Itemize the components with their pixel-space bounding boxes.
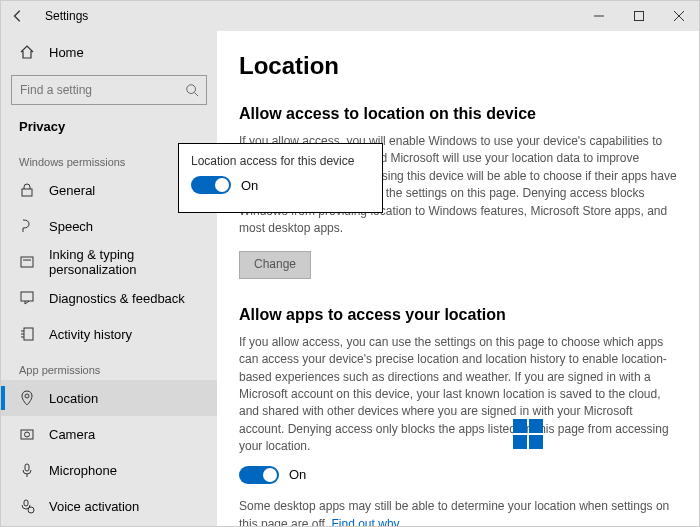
inking-icon [19, 254, 35, 270]
sidebar-item-speech[interactable]: Speech [1, 208, 217, 244]
sidebar-item-label: Voice activation [49, 499, 139, 514]
popup-toggle[interactable]: On [191, 176, 370, 194]
page-title: Location [239, 49, 677, 84]
toggle-track [191, 176, 231, 194]
svg-line-5 [195, 93, 199, 97]
minimize-button[interactable] [579, 1, 619, 31]
sidebar-item-label: Microphone [49, 463, 117, 478]
sidebar-item-label: Location [49, 391, 98, 406]
svg-point-4 [187, 85, 196, 94]
toggle-track [239, 466, 279, 484]
sidebar-item-label: General [49, 183, 95, 198]
sidebar: Home Privacy Windows permissions General… [1, 31, 217, 526]
sidebar-group-app: App permissions [1, 352, 217, 380]
search-icon [178, 83, 206, 97]
window-title: Settings [45, 9, 88, 23]
find-out-why-link[interactable]: Find out why [332, 517, 400, 526]
content-pane: Location Allow access to location on thi… [217, 31, 699, 526]
sidebar-category: Privacy [1, 115, 217, 144]
location-icon [19, 390, 35, 406]
maximize-icon [634, 11, 644, 21]
home-icon [19, 44, 35, 60]
sidebar-item-activity[interactable]: Activity history [1, 316, 217, 352]
sidebar-item-diagnostics[interactable]: Diagnostics & feedback [1, 280, 217, 316]
sidebar-item-inking[interactable]: Inking & typing personalization [1, 244, 217, 280]
change-button[interactable]: Change [239, 251, 311, 278]
sidebar-home[interactable]: Home [1, 35, 217, 69]
arrow-left-icon [11, 9, 25, 23]
history-icon [19, 326, 35, 342]
svg-point-16 [25, 432, 30, 437]
search-box[interactable] [11, 75, 207, 105]
sidebar-item-label: Speech [49, 219, 93, 234]
toggle-knob [263, 468, 277, 482]
camera-icon [19, 426, 35, 442]
svg-point-19 [28, 507, 34, 513]
sidebar-item-label: Diagnostics & feedback [49, 291, 185, 306]
close-icon [674, 11, 684, 21]
section-device-access-title: Allow access to location on this device [239, 102, 677, 125]
lock-icon [19, 182, 35, 198]
minimize-icon [594, 11, 604, 21]
svg-rect-1 [635, 12, 644, 21]
toggle-label: On [241, 178, 258, 193]
back-button[interactable] [3, 1, 33, 31]
svg-rect-15 [21, 430, 33, 439]
sidebar-item-label: Camera [49, 427, 95, 442]
sidebar-item-label: Activity history [49, 327, 132, 342]
svg-point-14 [25, 394, 29, 398]
maximize-button[interactable] [619, 1, 659, 31]
desktop-apps-note: Some desktop apps may still be able to d… [239, 498, 677, 526]
location-access-popup: Location access for this device On [178, 143, 383, 213]
feedback-icon [19, 290, 35, 306]
sidebar-item-microphone[interactable]: Microphone [1, 452, 217, 488]
svg-rect-9 [21, 292, 33, 301]
svg-rect-18 [24, 500, 28, 506]
windows-logo-overlay [513, 419, 543, 449]
voice-activation-icon [19, 498, 35, 514]
close-button[interactable] [659, 1, 699, 31]
microphone-icon [19, 462, 35, 478]
section-apps-access-title: Allow apps to access your location [239, 303, 677, 326]
sidebar-item-voice[interactable]: Voice activation [1, 488, 217, 524]
sidebar-item-location[interactable]: Location [1, 380, 217, 416]
toggle-knob [215, 178, 229, 192]
section-apps-access-desc: If you allow access, you can use the set… [239, 334, 677, 456]
toggle-label: On [289, 466, 306, 485]
sidebar-item-label: Inking & typing personalization [49, 247, 217, 277]
sidebar-home-label: Home [49, 45, 84, 60]
svg-rect-17 [25, 464, 29, 471]
svg-rect-7 [21, 257, 33, 267]
apps-location-toggle[interactable]: On [239, 466, 677, 485]
svg-rect-6 [22, 189, 32, 196]
search-input[interactable] [12, 83, 178, 97]
sidebar-item-camera[interactable]: Camera [1, 416, 217, 452]
titlebar: Settings [1, 1, 699, 31]
speech-icon [19, 218, 35, 234]
popup-title: Location access for this device [191, 154, 370, 168]
svg-rect-10 [24, 328, 33, 340]
